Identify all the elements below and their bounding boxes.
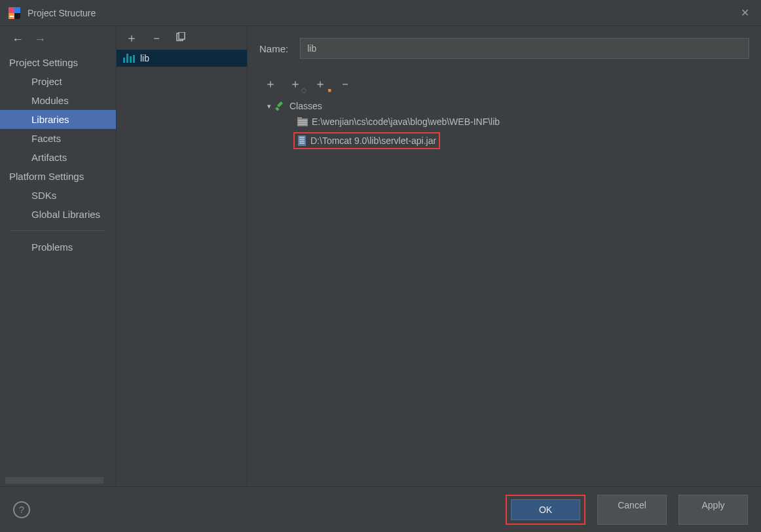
main-content: ← → Project Settings Project Modules Lib… bbox=[0, 26, 761, 486]
sidebar-scrollbar[interactable] bbox=[5, 477, 103, 484]
sidebar-item-facets[interactable]: Facets bbox=[0, 129, 116, 148]
sidebar-item-artifacts[interactable]: Artifacts bbox=[0, 148, 116, 167]
spacer bbox=[0, 257, 116, 477]
name-row: Name: bbox=[259, 38, 749, 59]
svg-rect-16 bbox=[299, 141, 305, 142]
add-item-button[interactable]: ＋ bbox=[265, 78, 276, 90]
detail-toolbar: ＋ ＋◌ ＋■ － bbox=[259, 73, 749, 98]
svg-rect-14 bbox=[299, 137, 305, 138]
apply-button[interactable]: Apply bbox=[678, 495, 748, 525]
library-item-lib[interactable]: lib bbox=[117, 50, 247, 67]
library-item-label: lib bbox=[140, 53, 149, 63]
forward-button[interactable]: → bbox=[34, 33, 46, 46]
svg-rect-15 bbox=[299, 139, 305, 140]
sidebar-item-problems[interactable]: Problems bbox=[0, 238, 116, 257]
sidebar-item-sdks[interactable]: SDKs bbox=[0, 186, 116, 205]
back-button[interactable]: ← bbox=[12, 33, 24, 46]
svg-rect-12 bbox=[298, 124, 307, 125]
sidebar-divider bbox=[10, 230, 105, 231]
titlebar: Project Structure ✕ bbox=[0, 0, 761, 26]
svg-rect-10 bbox=[298, 120, 307, 121]
library-name-input[interactable] bbox=[300, 38, 749, 59]
tree-node-classes[interactable]: ▾ Classes bbox=[263, 98, 745, 114]
hammer-icon bbox=[275, 101, 286, 111]
cancel-button[interactable]: Cancel bbox=[597, 495, 667, 525]
svg-rect-17 bbox=[299, 143, 305, 144]
detail-panel: Name: ＋ ＋◌ ＋■ － ▾ Classes bbox=[248, 26, 761, 486]
remove-item-button[interactable]: － bbox=[339, 78, 351, 90]
folder-icon bbox=[297, 117, 308, 126]
window-title: Project Structure bbox=[28, 8, 96, 18]
add-library-button[interactable]: ＋ bbox=[126, 32, 138, 44]
sidebar: ← → Project Settings Project Modules Lib… bbox=[0, 26, 117, 486]
footer: ? OK Cancel Apply bbox=[0, 486, 761, 532]
ok-button-highlight: OK bbox=[506, 495, 585, 525]
svg-rect-1 bbox=[9, 7, 14, 13]
sidebar-header-platform-settings: Platform Settings bbox=[0, 167, 116, 186]
sidebar-item-modules[interactable]: Modules bbox=[0, 91, 116, 110]
tree-node-path1[interactable]: E:\wenjian\cs\code\java\blog\web\WEB-INF… bbox=[263, 114, 745, 130]
tree-label-path2: D:\Tomcat 9.0\lib\servlet-api.jar bbox=[310, 135, 436, 146]
svg-rect-7 bbox=[275, 107, 279, 111]
tree-node-path2[interactable]: D:\Tomcat 9.0\lib\servlet-api.jar bbox=[263, 130, 745, 152]
svg-rect-6 bbox=[179, 32, 185, 39]
svg-rect-9 bbox=[297, 117, 302, 120]
svg-rect-11 bbox=[298, 122, 307, 123]
add-with-download-button[interactable]: ＋◌ bbox=[289, 76, 301, 92]
sidebar-item-libraries[interactable]: Libraries bbox=[0, 110, 116, 129]
copy-library-button[interactable] bbox=[176, 32, 186, 44]
highlighted-jar-entry: D:\Tomcat 9.0\lib\servlet-api.jar bbox=[293, 132, 440, 149]
sidebar-nav: ← → bbox=[0, 26, 116, 53]
intellij-logo-icon bbox=[8, 7, 21, 20]
add-from-folder-button[interactable]: ＋■ bbox=[314, 76, 326, 92]
library-icon bbox=[123, 54, 135, 63]
chevron-down-icon: ▾ bbox=[267, 102, 271, 111]
svg-rect-2 bbox=[14, 7, 20, 13]
jar-icon bbox=[297, 135, 306, 146]
library-list-toolbar: ＋ － bbox=[117, 26, 247, 50]
tree-label-path1: E:\wenjian\cs\code\java\blog\web\WEB-INF… bbox=[312, 116, 500, 127]
ok-button[interactable]: OK bbox=[511, 499, 580, 520]
help-button[interactable]: ? bbox=[13, 501, 30, 518]
sidebar-item-project[interactable]: Project bbox=[0, 72, 116, 91]
close-icon[interactable]: ✕ bbox=[737, 5, 753, 20]
remove-library-button[interactable]: － bbox=[151, 32, 162, 44]
footer-buttons: OK Cancel Apply bbox=[506, 495, 748, 525]
library-list-panel: ＋ － lib bbox=[117, 26, 248, 486]
tree-label-classes: Classes bbox=[289, 101, 322, 111]
sidebar-header-project-settings: Project Settings bbox=[0, 53, 116, 72]
sidebar-item-global-libraries[interactable]: Global Libraries bbox=[0, 205, 116, 224]
name-label: Name: bbox=[259, 43, 288, 54]
classes-tree: ▾ Classes E:\wenjian\cs\code\java\blog\w… bbox=[259, 98, 749, 152]
svg-rect-4 bbox=[10, 16, 14, 17]
